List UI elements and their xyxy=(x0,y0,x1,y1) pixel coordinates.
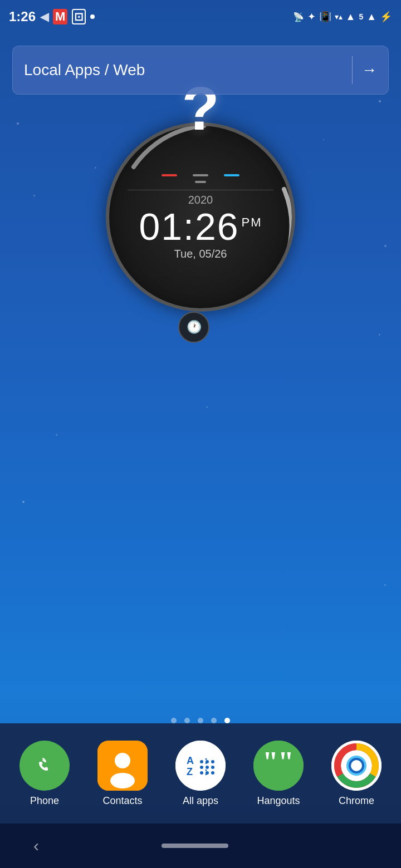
status-time: 1:26 xyxy=(9,9,36,24)
signal-5-label: 5 xyxy=(359,12,363,21)
contacts-icon xyxy=(97,741,148,791)
nav-back-button[interactable]: ‹ xyxy=(33,836,39,855)
wifi-icon: ▲ xyxy=(346,11,356,23)
page-dots xyxy=(0,718,401,723)
vibrate-icon: 📳 xyxy=(319,11,331,23)
svg-point-13 xyxy=(206,766,209,769)
page-dot-2[interactable] xyxy=(184,718,190,723)
chrome-label: Chrome xyxy=(339,795,374,807)
svg-point-16 xyxy=(206,771,209,775)
page-dot-3[interactable] xyxy=(198,718,203,723)
hangouts-label: Hangouts xyxy=(257,795,300,807)
allapps-label: All apps xyxy=(183,795,218,807)
page-dot-4[interactable] xyxy=(211,718,217,723)
phone-label: Phone xyxy=(30,795,59,807)
svg-point-2 xyxy=(115,753,130,768)
notification-dot xyxy=(90,14,95,19)
cast-icon: 📡 xyxy=(293,12,304,22)
clock-arc-svg xyxy=(106,122,295,312)
data-arrow-icon: ▾▴ xyxy=(335,12,343,21)
screen-record-icon: ⊡ xyxy=(72,9,86,24)
search-divider xyxy=(352,56,353,84)
svg-point-15 xyxy=(200,771,203,775)
clock-widget[interactable]: ? 2020 01:26PM Tue, 05/26 🕐 xyxy=(106,122,295,312)
page-dot-1[interactable] xyxy=(171,718,177,723)
svg-text:A: A xyxy=(187,755,194,766)
svg-point-9 xyxy=(200,760,203,763)
dock-item-hangouts[interactable]: " " Hangouts xyxy=(253,741,304,807)
svg-point-12 xyxy=(200,766,203,769)
svg-point-0 xyxy=(31,752,58,780)
nav-bar: ‹ xyxy=(0,823,401,868)
svg-point-3 xyxy=(110,773,135,788)
svg-point-4 xyxy=(175,741,226,791)
dock-item-contacts[interactable]: Contacts xyxy=(97,741,148,807)
svg-point-10 xyxy=(206,760,209,763)
phone-icon xyxy=(19,741,70,791)
battery-icon: ⚡ xyxy=(380,11,392,23)
search-bar[interactable]: Local Apps / Web → xyxy=(12,46,389,95)
svg-point-25 xyxy=(351,760,362,771)
gmail-icon: M xyxy=(53,9,67,24)
svg-point-11 xyxy=(211,760,214,763)
status-left: 1:26 ◀ M ⊡ xyxy=(9,9,95,24)
chrome-icon xyxy=(331,741,382,791)
status-right: 📡 ✦ 📳 ▾▴ ▲ 5 ▲ ⚡ xyxy=(293,11,392,23)
svg-text:Z: Z xyxy=(187,766,193,777)
dock-item-chrome[interactable]: Chrome xyxy=(331,741,382,807)
clock-face: 2020 01:26PM Tue, 05/26 xyxy=(106,122,295,312)
status-bar: 1:26 ◀ M ⊡ 📡 ✦ 📳 ▾▴ ▲ 5 ▲ ⚡ xyxy=(0,0,401,33)
back-icon: ◀ xyxy=(40,10,48,23)
svg-point-14 xyxy=(211,766,214,769)
clock-small-icon[interactable]: 🕐 xyxy=(178,312,209,343)
clock-symbol: 🕐 xyxy=(187,320,202,334)
svg-text:": " xyxy=(278,746,294,778)
search-text: Local Apps / Web xyxy=(24,61,343,79)
hangouts-icon: " " xyxy=(253,741,304,791)
dock: Phone Contacts A : Z : xyxy=(0,723,401,823)
signal-bars-icon: ▲ xyxy=(366,11,376,23)
contacts-label: Contacts xyxy=(102,795,142,807)
bluetooth-icon: ✦ xyxy=(307,11,316,23)
search-arrow-icon[interactable]: → xyxy=(361,61,377,79)
dock-item-phone[interactable]: Phone xyxy=(19,741,70,807)
nav-home-pill[interactable] xyxy=(162,844,228,848)
page-dot-5[interactable] xyxy=(224,718,230,723)
svg-point-17 xyxy=(211,771,214,775)
allapps-icon: A : Z : xyxy=(175,741,226,791)
svg-text:": " xyxy=(262,746,278,778)
dock-item-allapps[interactable]: A : Z : All apps xyxy=(175,741,226,807)
